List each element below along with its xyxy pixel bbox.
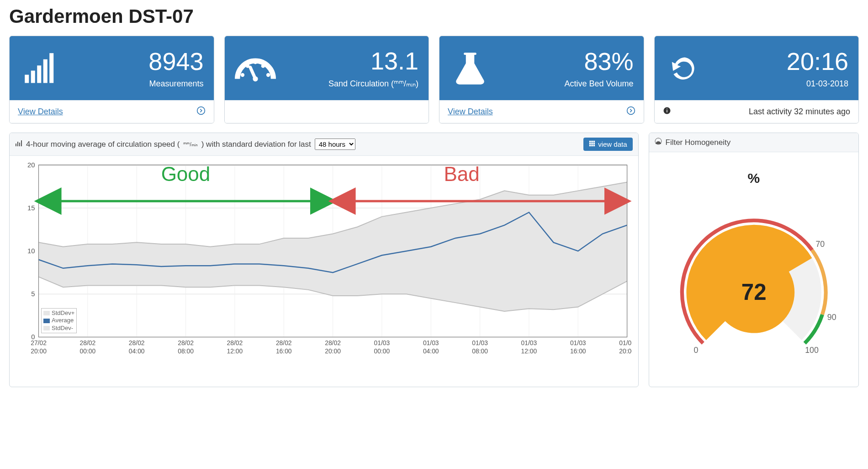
circulation-value: 13.1	[276, 48, 419, 73]
svg-text:10: 10	[27, 247, 35, 255]
svg-text:00:00: 00:00	[80, 347, 96, 355]
svg-text:16:00: 16:00	[570, 347, 586, 355]
svg-text:01/03: 01/03	[472, 339, 488, 346]
svg-text:00:00: 00:00	[374, 347, 390, 355]
clock-time: 20:16	[706, 49, 849, 74]
last-activity-text: Last activity 32 minutes ago	[675, 107, 851, 117]
card-measurements: 8943 Measurements View Details	[9, 36, 214, 123]
svg-text:01/03: 01/03	[619, 339, 631, 346]
svg-rect-1	[31, 71, 35, 83]
dashboard-icon	[655, 138, 662, 147]
circulation-label: Sand Circulation (ᵐᵐ/ₘᵢₙ)	[276, 79, 419, 89]
svg-text:5: 5	[31, 290, 35, 298]
view-data-button[interactable]: view data	[583, 138, 632, 151]
svg-point-10	[266, 73, 270, 77]
gauge-svg: 7207090100	[660, 186, 848, 374]
bed-volume-value: 83%	[491, 49, 634, 74]
view-data-label: view data	[598, 140, 627, 148]
svg-rect-26	[593, 143, 595, 144]
legend-stddev-minus: StdDev-	[52, 325, 73, 332]
refresh-icon	[665, 51, 706, 86]
svg-text:08:00: 08:00	[178, 347, 194, 355]
svg-rect-16	[667, 109, 667, 110]
link-label: View Details	[18, 107, 63, 117]
legend-average: Average	[52, 317, 74, 324]
chart-legend: StdDev+ Average StdDev-	[41, 308, 77, 333]
svg-rect-19	[19, 143, 20, 146]
page-title: Gardermoen DST-07	[9, 5, 859, 27]
svg-text:100: 100	[805, 346, 819, 355]
svg-text:01/03: 01/03	[374, 339, 390, 346]
arrow-right-icon	[626, 106, 635, 117]
svg-point-5	[197, 107, 205, 115]
svg-text:01/03: 01/03	[423, 339, 439, 346]
svg-point-9	[261, 64, 265, 68]
svg-text:15: 15	[27, 204, 35, 212]
svg-rect-15	[667, 110, 667, 112]
arrow-right-icon	[196, 106, 206, 117]
bar-chart-small-icon	[15, 139, 22, 149]
svg-text:28/02: 28/02	[178, 339, 194, 346]
svg-text:72: 72	[741, 279, 766, 304]
svg-rect-22	[591, 141, 593, 143]
measurements-label: Measurements	[61, 79, 204, 89]
info-icon	[663, 107, 671, 117]
clock-date: 01-03-2018	[706, 79, 849, 89]
chart-title-post: ) with standard deviation for last	[201, 140, 311, 149]
svg-text:90: 90	[827, 313, 836, 322]
svg-rect-0	[25, 75, 29, 83]
grid-icon	[589, 140, 595, 148]
svg-rect-4	[49, 53, 53, 83]
svg-text:28/02: 28/02	[276, 339, 292, 346]
legend-stddev-plus: StdDev+	[52, 309, 74, 317]
svg-rect-27	[589, 145, 591, 147]
svg-rect-24	[589, 143, 591, 144]
summary-cards: 8943 Measurements View Details	[9, 36, 859, 123]
line-chart-svg: 0510152027/0220:0028/0200:0028/0204:0028…	[16, 160, 632, 360]
svg-text:04:00: 04:00	[423, 347, 439, 355]
svg-rect-17	[16, 144, 16, 146]
svg-text:28/02: 28/02	[325, 339, 341, 346]
bed-volume-label: Active Bed Volume	[491, 79, 634, 89]
link-label: View Details	[448, 107, 493, 117]
svg-text:70: 70	[815, 240, 825, 249]
svg-text:04:00: 04:00	[129, 347, 145, 355]
svg-point-8	[253, 60, 257, 64]
svg-rect-23	[593, 141, 595, 143]
svg-text:12:00: 12:00	[521, 347, 537, 355]
svg-point-13	[627, 107, 635, 115]
panel-circulation-chart: 4-hour moving average of circulation spe…	[9, 133, 639, 387]
svg-text:28/02: 28/02	[80, 339, 96, 346]
svg-text:16:00: 16:00	[276, 347, 292, 355]
svg-rect-21	[589, 141, 591, 143]
card-clock: 20:16 01-03-2018 Last activity 32 minute…	[654, 36, 859, 123]
svg-rect-18	[17, 142, 18, 146]
svg-rect-28	[591, 145, 593, 147]
svg-rect-20	[21, 140, 22, 146]
svg-text:01/03: 01/03	[570, 339, 586, 346]
svg-point-12	[253, 76, 258, 81]
card-active-bed-volume: 83% Active Bed Volume View Details	[439, 36, 644, 123]
svg-point-6	[240, 73, 244, 77]
svg-text:28/02: 28/02	[227, 339, 243, 346]
bed-volume-details-link[interactable]: View Details	[439, 100, 644, 123]
card-sand-circulation: 13.1 Sand Circulation (ᵐᵐ/ₘᵢₙ)	[224, 36, 429, 123]
homogeneity-gauge: % 7207090100	[656, 157, 852, 380]
circulation-footer-empty	[225, 100, 429, 123]
svg-text:20:00: 20:00	[619, 347, 631, 355]
svg-text:0: 0	[693, 346, 698, 355]
chart-title-pre: 4-hour moving average of circulation spe…	[26, 140, 180, 149]
svg-text:28/02: 28/02	[129, 339, 145, 346]
svg-rect-25	[591, 143, 593, 144]
svg-text:01/03: 01/03	[521, 339, 537, 346]
svg-rect-3	[43, 59, 48, 83]
svg-text:08:00: 08:00	[472, 347, 488, 355]
time-range-select[interactable]: 24 hours48 hours7 days	[315, 139, 355, 150]
svg-rect-2	[37, 65, 41, 83]
measurements-details-link[interactable]: View Details	[10, 100, 214, 123]
svg-text:12:00: 12:00	[227, 347, 243, 355]
svg-text:20:00: 20:00	[325, 347, 341, 355]
svg-rect-29	[593, 145, 595, 147]
gauge-dash-icon	[235, 53, 276, 84]
bar-chart-icon	[20, 52, 61, 85]
